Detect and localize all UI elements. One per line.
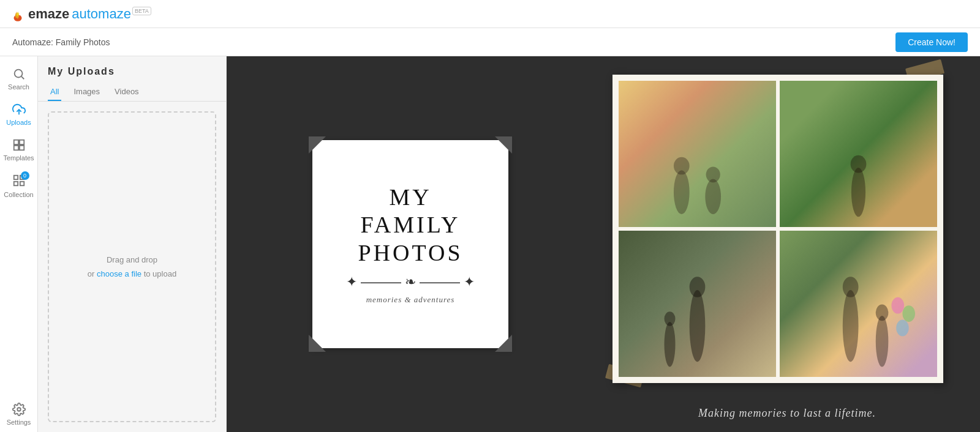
upload-or-choose: or choose a file to upload [88,267,176,281]
svg-point-22 [665,311,676,326]
page-caption: Making memories to last a lifetime. [594,407,980,420]
tab-images[interactable]: Images [71,83,102,101]
sidebar-item-templates[interactable]: Templates [0,132,37,168]
template-icon [12,138,26,152]
search-icon [12,67,26,81]
corner-tl [309,136,326,154]
uploads-panel: My Uploads All Images Videos Drag and dr… [38,56,227,432]
photo-cell-2 [780,81,937,227]
or-text: or [88,269,95,278]
corner-tr [495,136,512,154]
photo1-figures [619,140,776,227]
photo2-figures [780,140,937,227]
card-subtitle: memories & adventures [366,295,455,305]
card-divider: ✦ ——— ❧ ——— ✦ [346,274,475,290]
choose-file-link[interactable]: choose a file [97,269,141,278]
beta-badge: BETA [132,7,151,15]
svg-point-27 [891,297,904,314]
corner-br [495,335,512,352]
svg-point-29 [896,319,909,336]
svg-rect-7 [19,146,23,150]
collection-badge: 0 [21,171,29,180]
photo-frame [612,75,943,383]
title-line3: PHOTOS [358,240,462,266]
svg-rect-10 [13,182,17,185]
title-card: MY FAMILY PHOTOS ✦ ——— ❧ ——— ✦ memories … [312,140,508,348]
sidebar-item-collection[interactable]: 0 Collection [0,168,37,204]
sidebar: Search Uploads Templates [0,56,38,432]
svg-rect-8 [13,176,17,179]
photo-grid [619,81,937,377]
right-page: Making memories to last a lifetime. [594,56,980,432]
sidebar-uploads-label: Uploads [6,119,31,126]
scrapbook: MY FAMILY PHOTOS ✦ ——— ❧ ——— ✦ memories … [227,56,980,432]
upload-icon [12,103,26,116]
svg-rect-5 [19,140,23,144]
panel-title: My Uploads [38,56,226,83]
create-now-button[interactable]: Create Now! [895,32,968,52]
svg-point-24 [843,277,859,297]
sidebar-search-label: Search [8,83,29,91]
sidebar-collection-label: Collection [4,191,33,198]
toolbar-title: Automaze: Family Photos [12,37,110,47]
svg-point-12 [17,408,21,411]
svg-point-18 [851,155,867,173]
sidebar-templates-label: Templates [3,154,34,162]
settings-icon [12,403,26,416]
svg-point-15 [674,157,690,174]
tab-all[interactable]: All [48,83,61,101]
svg-point-14 [705,179,721,214]
automaze-text: automazeBETA [72,6,151,22]
svg-point-1 [14,70,22,78]
to-upload-text: to upload [144,269,177,278]
collection-badge-wrap: 0 [12,174,26,188]
svg-point-26 [876,304,889,321]
photo3-figures [619,275,776,377]
svg-point-20 [690,277,706,297]
svg-point-23 [843,290,859,362]
svg-line-2 [21,76,24,79]
card-main-title: MY FAMILY PHOTOS [358,184,462,267]
photo4-figures [780,275,937,377]
title-line1: MY [389,184,431,210]
logo-area: emaze automazeBETA [10,6,151,22]
tab-videos[interactable]: Videos [112,83,141,101]
svg-point-28 [902,305,915,322]
upload-dropzone[interactable]: Drag and drop or choose a file to upload [48,111,216,422]
panel-tabs: All Images Videos [38,83,226,102]
svg-point-17 [851,167,865,216]
svg-point-25 [876,316,889,367]
emaze-text: emaze [28,6,69,22]
canvas-area: MY FAMILY PHOTOS ✦ ——— ❧ ——— ✦ memories … [227,56,980,432]
sidebar-settings-label: Settings [7,419,31,426]
sidebar-item-uploads[interactable]: Uploads [0,97,37,132]
app-header: emaze automazeBETA [0,0,980,28]
svg-rect-6 [13,146,18,150]
svg-point-21 [665,322,676,367]
toolbar: Automaze: Family Photos Create Now! [0,28,980,56]
photo-cell-4 [780,231,937,377]
svg-rect-4 [13,140,18,144]
sidebar-item-settings[interactable]: Settings [0,397,37,432]
photo-cell-1 [619,81,776,227]
svg-rect-11 [20,182,23,185]
sidebar-item-search[interactable]: Search [0,61,37,97]
left-page: MY FAMILY PHOTOS ✦ ——— ❧ ——— ✦ memories … [227,56,594,432]
svg-point-13 [674,170,690,214]
emaze-logo-icon [10,6,26,22]
svg-point-16 [706,166,720,182]
svg-point-19 [690,290,706,362]
title-line2: FAMILY [360,212,460,237]
corner-bl [309,335,326,352]
drag-drop-text: Drag and drop [107,253,157,267]
photo-cell-3 [619,231,776,377]
main-area: Search Uploads Templates [0,56,980,432]
